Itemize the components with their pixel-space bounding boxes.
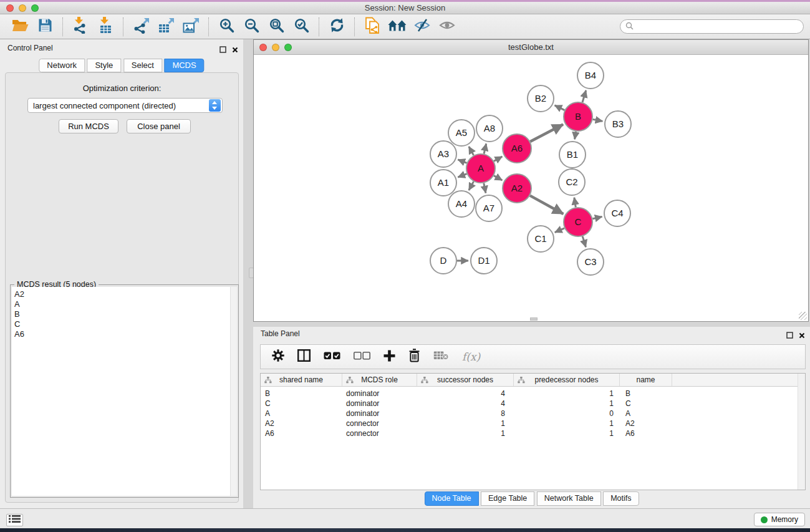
table-row[interactable]: A6connector11A6 [261,428,805,438]
maximize-window-button[interactable] [31,4,39,12]
close-panel-icon[interactable] [232,44,238,56]
result-list-scrollbar[interactable] [230,287,237,496]
zoom-in-button[interactable] [214,16,239,37]
network-node-A2[interactable]: A2 [503,174,531,203]
tab-edge-table[interactable]: Edge Table [481,491,534,506]
export-network-button[interactable] [128,16,153,37]
network-node-C3[interactable]: C3 [577,249,604,275]
delete-column-button[interactable] [408,349,420,365]
tab-style[interactable]: Style [87,59,121,72]
import-network-button[interactable] [68,16,93,37]
network-close-button[interactable] [259,44,267,51]
float-table-panel-icon[interactable] [786,330,793,341]
network-node-B2[interactable]: B2 [528,85,554,112]
column-header-name[interactable]: name [620,374,672,386]
network-maximize-button[interactable] [284,44,292,51]
network-edge-A-A7[interactable] [484,183,486,193]
network-edge-C-C1[interactable] [555,228,564,233]
network-edge-A6-B[interactable] [530,125,563,142]
table-row[interactable]: Cdominator41C [261,399,805,409]
show-all-button[interactable] [435,16,460,37]
minimize-window-button[interactable] [19,4,26,12]
close-window-button[interactable] [6,4,14,12]
table-settings-button[interactable] [272,349,284,364]
network-node-C1[interactable]: C1 [528,226,554,252]
network-edge-C-C3[interactable] [582,236,586,247]
search-input[interactable] [637,21,803,32]
open-session-button[interactable] [7,16,32,37]
mcds-result-item[interactable]: A [12,299,237,309]
network-edge-B-B1[interactable] [575,132,576,140]
network-node-B[interactable]: B [564,102,592,131]
network-node-A8[interactable]: A8 [476,115,503,142]
network-edge-B-B2[interactable] [555,105,565,110]
network-node-C2[interactable]: C2 [559,169,585,195]
mcds-result-item[interactable]: B [12,309,237,319]
column-header-shared-name[interactable]: shared name [261,374,342,386]
network-edge-A-A4[interactable] [469,181,474,190]
network-edge-C-C2[interactable] [574,198,576,208]
run-mcds-button[interactable]: Run MCDS [59,119,118,133]
tab-select[interactable]: Select [123,59,162,72]
zoom-fit-button[interactable] [264,16,289,37]
network-edge-A-A8[interactable] [484,143,486,153]
network-canvas[interactable]: B4B2BB3B1A5A8A6A3AA1C2A4A7A2CC4C1C3DD1 [254,56,808,321]
export-image-button[interactable] [178,16,203,37]
function-builder-button[interactable]: f(x) [462,351,480,363]
zoom-out-button[interactable] [239,16,264,37]
tab-mcds[interactable]: MCDS [164,59,204,72]
save-session-button[interactable] [32,16,57,37]
network-node-B3[interactable]: B3 [605,111,631,137]
close-panel-button[interactable]: Close panel [127,119,191,133]
float-panel-icon[interactable] [219,44,226,56]
refresh-view-button[interactable] [324,16,349,37]
column-header-predecessor-nodes[interactable]: predecessor nodes [514,374,620,386]
export-table-button[interactable] [153,16,178,37]
network-edge-A-A3[interactable] [458,160,466,163]
unselect-all-button[interactable] [354,351,370,362]
network-node-A3[interactable]: A3 [430,141,456,167]
select-all-button[interactable] [324,351,340,362]
network-node-A[interactable]: A [466,154,495,183]
network-node-D1[interactable]: D1 [471,248,497,274]
table-row[interactable]: Bdominator41B [261,389,805,399]
import-table-button[interactable] [93,16,118,37]
network-edge-A-A6[interactable] [494,157,502,161]
network-node-B4[interactable]: B4 [577,62,604,89]
network-node-C4[interactable]: C4 [604,200,630,226]
tab-network-table[interactable]: Network Table [537,491,601,506]
mcds-result-item[interactable]: A6 [12,329,237,339]
task-history-button[interactable] [6,514,23,526]
first-neighbors-button[interactable] [385,16,410,37]
tab-node-table[interactable]: Node Table [424,491,478,506]
network-node-A7[interactable]: A7 [476,195,502,221]
memory-button[interactable]: Memory [754,513,805,526]
network-edge-B-B4[interactable] [582,90,586,102]
column-header-mcds-role[interactable]: MCDS role [342,374,417,386]
mcds-result-item[interactable]: C [12,319,237,329]
show-column-button[interactable] [297,349,311,364]
table-row[interactable]: Adominator80A [261,409,805,418]
network-edge-A-A1[interactable] [458,174,466,178]
network-edge-A-A5[interactable] [469,147,474,155]
network-edge-A2-C[interactable] [530,196,563,214]
network-node-D[interactable]: D [430,248,456,274]
network-node-C[interactable]: C [564,208,592,236]
network-edge-C-C4[interactable] [592,216,602,218]
column-header-successor-nodes[interactable]: successor nodes [417,374,514,386]
network-node-A6[interactable]: A6 [503,134,531,163]
network-edge-A-A2[interactable] [494,176,502,180]
network-node-A1[interactable]: A1 [430,170,456,196]
criterion-dropdown[interactable]: largest connected component (directed) [27,98,223,113]
mcds-result-item[interactable]: A2 [12,289,237,299]
window-resize-grip[interactable] [799,312,807,320]
network-edge-B-B3[interactable] [593,119,603,121]
network-node-B1[interactable]: B1 [559,142,586,168]
create-column-button[interactable] [383,350,395,364]
table-row[interactable]: A2connector11A2 [261,418,805,428]
table-scrollbar[interactable] [798,374,805,490]
network-node-A5[interactable]: A5 [448,120,475,146]
network-hscrollbar[interactable] [530,317,538,321]
delete-table-button[interactable] [433,351,449,363]
network-minimize-button[interactable] [272,44,279,51]
